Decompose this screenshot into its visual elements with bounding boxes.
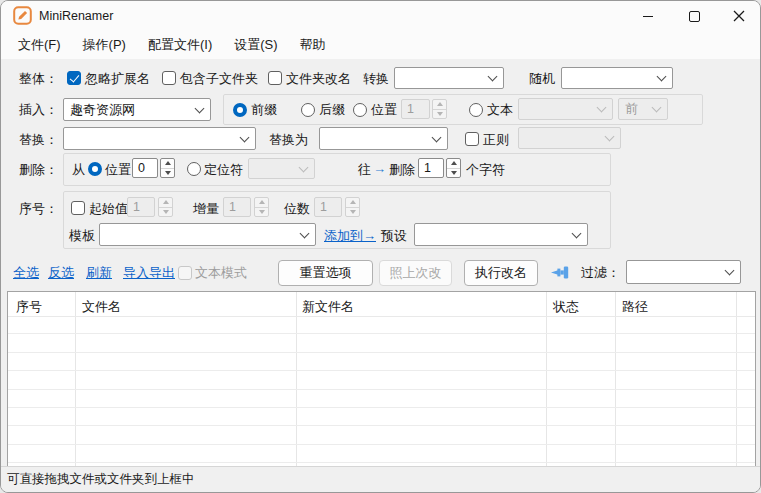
- spin-down-icon[interactable]: [255, 207, 268, 217]
- delete-position-spinner-arrows[interactable]: [160, 158, 175, 178]
- reset-options-button[interactable]: 重置选项: [278, 260, 373, 286]
- menu-file[interactable]: 文件(F): [7, 32, 72, 58]
- close-icon: [733, 10, 745, 22]
- ignore-extension-checkbox[interactable]: [67, 71, 81, 85]
- spin-up-icon[interactable]: [159, 198, 172, 207]
- menu-operation[interactable]: 操作(P): [72, 32, 137, 58]
- regex-preset-combobox[interactable]: [518, 127, 621, 149]
- serial-increment-spinner[interactable]: 1: [223, 197, 251, 217]
- redo-last-button[interactable]: 照上次改: [379, 260, 452, 286]
- delete-count-spinner[interactable]: 1: [418, 158, 444, 178]
- regex-label: 正则: [483, 132, 509, 148]
- spin-up-icon[interactable]: [433, 100, 446, 109]
- refresh-link[interactable]: 刷新: [86, 265, 112, 281]
- column-header-status[interactable]: 状态: [553, 298, 579, 316]
- delete-count-spinner-arrows[interactable]: [446, 158, 461, 178]
- serial-start-spinner-arrows[interactable]: [158, 197, 173, 217]
- chevron-down-icon: [195, 103, 205, 113]
- file-table[interactable]: 序号 文件名 新文件名 状态 路径: [7, 291, 756, 468]
- delete-chars-label: 个字符: [466, 162, 505, 178]
- spin-down-icon[interactable]: [159, 207, 172, 217]
- preset-combobox[interactable]: [414, 223, 588, 246]
- menu-help[interactable]: 帮助: [289, 32, 337, 58]
- spin-up-icon[interactable]: [161, 159, 174, 168]
- add-to-preset-link[interactable]: 添加到→: [324, 228, 376, 244]
- serial-digits-spinner-arrows[interactable]: [345, 197, 360, 217]
- serial-digits-label: 位数: [284, 201, 310, 217]
- app-window: MiniRenamer 文件(F) 操作(P) 配置文件(I) 设置(S) 帮助…: [0, 0, 761, 493]
- template-combobox[interactable]: [99, 223, 316, 246]
- convert-combobox[interactable]: [394, 67, 504, 89]
- chevron-down-icon: [657, 72, 667, 82]
- column-header-index[interactable]: 序号: [16, 298, 42, 316]
- serial-start-spinner[interactable]: 1: [127, 197, 155, 217]
- status-bar: 可直接拖拽文件或文件夹到上框中: [1, 466, 760, 492]
- text-mode-checkbox[interactable]: [178, 266, 192, 280]
- include-subfolder-label: 包含子文件夹: [180, 71, 258, 87]
- column-header-path[interactable]: 路径: [622, 298, 648, 316]
- template-label: 模板: [69, 228, 95, 244]
- invert-selection-link[interactable]: 反选: [48, 265, 74, 281]
- insert-anchor-combobox[interactable]: [518, 98, 613, 120]
- delete-anchor-combobox[interactable]: [248, 158, 315, 179]
- chevron-down-icon: [300, 228, 310, 238]
- insert-position-spinner-arrows[interactable]: [432, 99, 447, 119]
- title-bar[interactable]: MiniRenamer: [1, 1, 760, 31]
- chevron-down-icon: [725, 266, 735, 276]
- serial-digits-spinner[interactable]: 1: [314, 197, 342, 217]
- spin-down-icon[interactable]: [346, 207, 359, 217]
- insert-anchor-text-label: 文本: [487, 102, 513, 118]
- spin-up-icon[interactable]: [255, 198, 268, 207]
- delete-direction-arrow[interactable]: →: [373, 161, 386, 177]
- delete-toward-label: 往: [358, 162, 371, 178]
- insert-position-radio[interactable]: [353, 103, 367, 117]
- spin-up-icon[interactable]: [447, 159, 460, 168]
- minimize-button[interactable]: [625, 1, 671, 31]
- spin-up-icon[interactable]: [346, 198, 359, 207]
- folder-rename-checkbox[interactable]: [268, 71, 282, 85]
- filter-combobox[interactable]: [626, 260, 741, 284]
- insert-label: 插入：: [19, 102, 58, 118]
- menu-settings[interactable]: 设置(S): [223, 32, 288, 58]
- app-logo-pencil-icon: [13, 6, 32, 25]
- serial-increment-label: 增量: [193, 201, 219, 217]
- include-subfolder-checkbox[interactable]: [162, 71, 176, 85]
- pin-icon[interactable]: [551, 265, 570, 283]
- delete-anchor-radio[interactable]: [187, 162, 201, 176]
- select-all-link[interactable]: 全选: [13, 265, 39, 281]
- insert-side-combobox[interactable]: 前: [618, 98, 668, 120]
- overall-label: 整体：: [19, 71, 58, 87]
- menu-profile[interactable]: 配置文件(I): [137, 32, 223, 58]
- insert-text-combobox[interactable]: 趣奇资源网: [63, 98, 211, 121]
- insert-prefix-radio[interactable]: [233, 103, 247, 117]
- replace-with-combobox[interactable]: [319, 127, 448, 150]
- serial-start-label: 起始值: [89, 201, 128, 217]
- insert-anchor-text-radio[interactable]: [469, 103, 483, 117]
- import-export-link[interactable]: 导入导出: [123, 265, 175, 281]
- replace-search-combobox[interactable]: [63, 127, 256, 150]
- delete-position-spinner[interactable]: 0: [132, 158, 158, 178]
- delete-from-label: 从: [72, 162, 85, 178]
- execute-rename-button[interactable]: 执行改名: [464, 260, 538, 286]
- delete-action-label: 删除: [389, 162, 415, 178]
- spin-down-icon[interactable]: [161, 168, 174, 178]
- delete-position-radio[interactable]: [88, 162, 102, 176]
- insert-position-spinner[interactable]: 1: [401, 99, 430, 119]
- delete-position-label: 位置: [105, 162, 131, 178]
- folder-rename-label: 文件夹改名: [286, 71, 351, 87]
- chevron-down-icon: [597, 103, 607, 113]
- spin-down-icon[interactable]: [433, 109, 446, 119]
- spin-down-icon[interactable]: [447, 168, 460, 178]
- column-header-filename[interactable]: 文件名: [82, 298, 121, 316]
- preset-label: 预设: [381, 228, 407, 244]
- serial-start-checkbox[interactable]: [71, 201, 85, 215]
- serial-increment-spinner-arrows[interactable]: [254, 197, 269, 217]
- minimize-icon: [643, 16, 653, 17]
- random-combobox[interactable]: [561, 67, 673, 89]
- maximize-button[interactable]: [671, 1, 717, 31]
- close-button[interactable]: [716, 1, 761, 31]
- regex-checkbox[interactable]: [465, 132, 479, 146]
- replace-label: 替换：: [19, 132, 58, 148]
- column-header-new-filename[interactable]: 新文件名: [302, 298, 354, 316]
- insert-suffix-radio[interactable]: [301, 103, 315, 117]
